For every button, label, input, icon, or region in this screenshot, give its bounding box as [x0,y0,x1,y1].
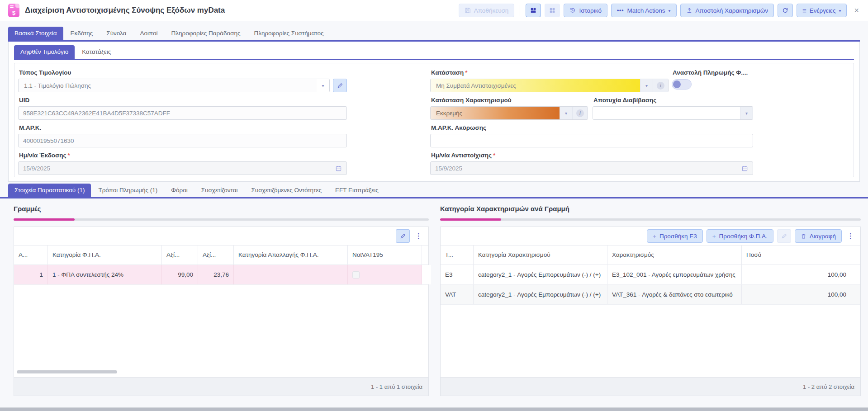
characterization-info-button[interactable]: i [572,107,588,119]
edit-line-button[interactable] [396,229,410,243]
save-icon [465,7,471,14]
info-icon: i [576,109,584,117]
mark-cancellation-field[interactable] [430,134,753,147]
column-header[interactable]: Κατηγορία Χαρακτηρισμού [473,246,607,265]
edit-characterization-button[interactable] [777,229,791,243]
menu-icon: ≡ [802,7,806,14]
uid-field[interactable]: 958E321C63CC49A2362E41BA4D5F37338C57ADFF [18,106,347,120]
chevron-down-icon[interactable]: ▾ [640,79,653,92]
delete-label: Διαγραφή [810,233,836,240]
tab-correlated[interactable]: Συσχετίζονται [195,184,244,197]
vat-category-cell: 1 - ΦΠΑ συντελεστής 24% [47,265,161,284]
actions-button[interactable]: ≡ Ενέργειες ▾ [797,4,847,17]
close-button[interactable]: × [852,6,861,15]
chevron-down-icon: ▾ [669,8,671,13]
grid-layout-button[interactable] [545,4,560,17]
transmission-failure-select[interactable]: ▾ [593,106,753,120]
payment-suspension-toggle[interactable] [672,79,692,90]
tab-eft-collections[interactable]: EFT Εισπράξεις [329,184,385,197]
save-button[interactable]: Αποθήκευση [459,4,515,17]
tab-classifications[interactable]: Κατατάξεις [76,45,117,59]
invoice-type-value: 1.1 - Τιμολόγιο Πώλησης [19,79,317,92]
characterizations-pagination-bar: 1 - 2 από 2 στοιχεία [441,377,860,396]
characterizations-menu-button[interactable]: ⋮ [845,232,856,240]
dots-icon: ••• [617,7,624,14]
calendar-icon[interactable] [335,165,342,172]
status-select[interactable]: Μη Συμβατά Αντιστοιχισμένες ▾ i [430,79,669,92]
column-header[interactable]: Ποσό [741,246,851,265]
tab-basic-info[interactable]: Βασικά Στοιχεία [8,27,63,40]
lines-panel: Γραμμές ⋮ Α... Κατηγορία Φ.Π.Α. Αξί... Α… [14,205,429,396]
status-info-button[interactable]: i [653,79,668,92]
tab-received-invoice[interactable]: Ληφθέν Τιμολόγιο [14,45,75,59]
mark-field[interactable]: 400001955071630 [18,134,347,147]
table-row[interactable]: 1 1 - ΦΠΑ συντελεστής 24% 99,00 23,76 [14,265,428,285]
column-header[interactable]: Χαρακτηρισμός [607,246,741,265]
value-cell: 23,76 [198,265,233,284]
received-invoice-form: Τύπος Τιμολογίου 1.1 - Τιμολόγιο Πώλησης… [14,63,854,177]
add-vat-label: Προσθήκη Φ.Π.Α. [719,233,768,240]
characterization-status-select[interactable]: Εκκρεμής ▾ i [430,106,588,120]
characterization-cell: VAT_361 - Αγορές & δαπάνες στο εσωτερικό [607,285,741,304]
issue-date-field[interactable]: 15/9/2025 [18,161,347,175]
amount-cell: 100,00 [741,285,851,304]
page-title: Διαχείριση Αντιστοιχισμένης Σύνοψης Εξόδ… [25,6,225,15]
lines-pagination-bar: 1 - 1 από 1 στοιχεία [14,377,428,396]
chevron-down-icon[interactable]: ▾ [317,79,329,92]
table-row[interactable]: Ε3 category2_1 - Αγορές Εμπορευμάτων (-)… [441,265,860,285]
send-characterizations-label: Αποστολή Χαρακτηρισμών [696,7,768,14]
tab-document-lines[interactable]: Στοιχεία Παραστατικού (1) [8,184,91,197]
column-header[interactable]: Τ... [441,246,473,265]
table-row[interactable]: VAT category2_1 - Αγορές Εμπορευμάτων (-… [441,285,860,305]
tab-totals[interactable]: Σύνολα [100,27,133,40]
filler-cell [851,285,860,304]
column-header[interactable]: Α... [14,246,47,265]
chevron-down-icon[interactable]: ▾ [740,107,753,119]
column-header[interactable]: NotVAT195 [347,246,422,265]
tab-issuer[interactable]: Εκδότης [64,27,100,40]
history-button-label: Ιστορικό [579,7,602,14]
characterizations-count-text: 1 - 2 από 2 στοιχεία [803,383,854,390]
refresh-icon [782,7,788,14]
calendar-icon[interactable] [741,165,748,172]
divider [520,5,520,16]
accent-underline [14,218,429,221]
chevron-down-icon[interactable]: ▾ [560,107,572,119]
refresh-button[interactable] [778,4,793,17]
notvat195-checkbox[interactable] [352,271,360,279]
detail-layout-button[interactable] [526,4,541,17]
match-date-field[interactable]: 15/9/2025 [430,161,753,175]
tab-related-entities[interactable]: Συσχετιζόμενες Οντότητες [245,184,328,197]
pencil-icon [781,233,787,239]
tab-payment-methods[interactable]: Τρόποι Πληρωμής (1) [92,184,164,197]
type-cell: Ε3 [441,265,473,284]
invoice-type-select[interactable]: 1.1 - Τιμολόγιο Πώλησης ▾ [18,79,330,92]
characterizations-table-card: + Προσθήκη Ε3 + Προσθήκη Φ.Π.Α. [440,227,861,396]
match-actions-button[interactable]: ••• Match Actions ▾ [611,4,677,17]
edit-invoice-type-button[interactable] [333,79,347,92]
toggle-knob [673,80,681,88]
send-characterizations-button[interactable]: Αποστολή Χαρακτηρισμών [680,4,774,17]
vat-exemption-cell [233,265,347,284]
history-clock-icon [569,7,576,14]
category-cell: category2_1 - Αγορές Εμπορευμάτων (-) / … [473,265,607,284]
tab-other[interactable]: Λοιποί [133,27,164,40]
add-e3-button[interactable]: + Προσθήκη Ε3 [647,229,703,243]
issue-date-value: 15/9/2025 [23,165,50,172]
basic-info-card: Ληφθέν Τιμολόγιο Κατατάξεις Τύπος Τιμολο… [8,42,860,182]
tab-delivery-info[interactable]: Πληροφορίες Παράδοσης [165,27,247,40]
column-header[interactable]: Κατηγορία Φ.Π.Α. [47,246,161,265]
lines-menu-button[interactable]: ⋮ [413,232,424,240]
tab-taxes[interactable]: Φόροι [165,184,194,197]
amount-cell: 100,00 [741,265,851,284]
filler-cell [851,265,860,284]
delete-characterization-button[interactable]: Διαγραφή [795,229,842,243]
type-cell: VAT [441,285,473,304]
tab-system-info[interactable]: Πληροφορίες Συστήματος [247,27,330,40]
column-header[interactable]: Αξί... [161,246,198,265]
column-header[interactable]: Κατηγορία Απαλλαγής Φ.Π.Α. [233,246,347,265]
column-header[interactable]: Αξί... [198,246,233,265]
history-button[interactable]: Ιστορικό [564,4,607,17]
horizontal-scrollbar[interactable] [17,370,117,373]
add-vat-button[interactable]: + Προσθήκη Φ.Π.Α. [707,229,773,243]
